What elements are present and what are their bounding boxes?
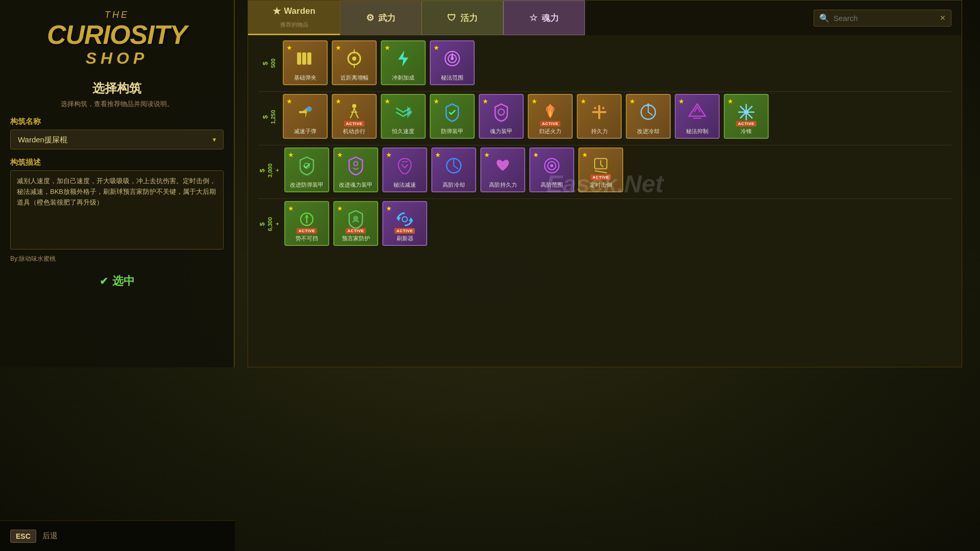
tier-label-6300: $ 6,300 + <box>258 201 280 247</box>
item-ranged-boost[interactable]: ★ 近距离增幅 <box>332 40 377 85</box>
star-icon: ★ <box>433 44 439 52</box>
star-icon: ★ <box>482 97 488 105</box>
constant-speed-icon <box>393 102 413 126</box>
star-icon: ★ <box>580 97 586 105</box>
svg-point-36 <box>353 216 358 221</box>
item-refresher[interactable]: ★ ACTIVE 刷新器 <box>382 201 427 246</box>
logo-shop: SHOP <box>47 49 187 67</box>
tab-bar: ★ Warden 推荐的物品 ⚙ 武力 🛡 活力 ☆ 魂力 🔍 ✕ <box>248 1 962 35</box>
item-timed-knockdown[interactable]: ★ ACTIVE 定时击倒 <box>578 147 623 192</box>
item-name: 定时击倒 <box>590 182 612 188</box>
item-name: 秘法减速 <box>394 182 416 188</box>
esc-key[interactable]: ESC <box>10 530 36 543</box>
item-name: 防弹装甲 <box>441 128 463 135</box>
item-magic-slow[interactable]: ★ 秘法减速 <box>382 147 427 192</box>
item-regen-fire[interactable]: ★ ACTIVE 归还火力 <box>528 94 573 139</box>
star-icon: ★ <box>629 97 635 105</box>
sustain-icon <box>589 102 609 126</box>
items-row-500: ★ 基础弹夹 ★ <box>283 40 951 85</box>
item-name: 冷锋 <box>741 128 752 135</box>
agile-walk-icon <box>344 102 364 126</box>
items-row-1250: ★ 减速子弹 ★ ACTIVE <box>283 94 951 139</box>
tier-label-500: $ 500 <box>258 40 279 86</box>
item-sustain[interactable]: ★ 持久力 <box>577 94 622 139</box>
item-frost[interactable]: ★ ACTIVE 冷锋 <box>724 94 769 139</box>
tier-row-1250: $ 1,250 ★ 减速子弹 ★ <box>258 94 951 140</box>
item-adv-cooldown[interactable]: ★ 改进冷却 <box>626 94 671 139</box>
star-icon: ★ <box>582 151 588 159</box>
item-magic-aoe[interactable]: ★ 秘法范围 <box>430 40 475 85</box>
star-icon: ★ <box>384 44 390 52</box>
search-input[interactable] <box>834 14 936 22</box>
tier-label-3000: $ 3,000 + <box>258 147 280 193</box>
logo-area: THE CURIOSITY SHOP <box>10 10 224 67</box>
star-icon: ★ <box>433 97 439 105</box>
panel-title: 选择构筑 <box>92 80 141 96</box>
tier-separator <box>258 91 951 92</box>
item-name: 预言家防护 <box>342 235 370 242</box>
item-prophet-guard[interactable]: ★ ACTIVE 预言家防护 <box>333 201 378 246</box>
item-name: 改进魂力装甲 <box>339 182 373 188</box>
star-icon: ★ <box>533 151 539 159</box>
svg-rect-1 <box>302 53 306 65</box>
item-agile-walk[interactable]: ★ ACTIVE 机动步行 <box>332 94 377 139</box>
item-adv-magic-armor[interactable]: ★ 改进魂力装甲 <box>333 147 378 192</box>
item-name: 高阶持久力 <box>489 182 517 188</box>
tier-row-500: $ 500 ★ 基础弹夹 ★ <box>258 40 951 86</box>
star-icon: ★ <box>335 97 341 105</box>
item-adv-anti-bullet[interactable]: ★ 改进防弹装甲 <box>284 147 329 192</box>
item-charge-bonus[interactable]: ★ 冲刺加成 <box>381 40 426 85</box>
item-anti-bullet[interactable]: ★ 防弹装甲 <box>430 94 475 139</box>
build-name-selector[interactable]: Warden援屎棍 ▼ <box>10 130 224 149</box>
search-icon: 🔍 <box>819 13 829 23</box>
tab-wuli-label: 武力 <box>378 12 396 24</box>
checkmark-icon: ✔ <box>100 275 108 287</box>
tab-huoli[interactable]: 🛡 活力 <box>422 1 503 35</box>
item-name: 持久力 <box>591 128 608 135</box>
svg-point-10 <box>451 57 454 60</box>
item-high-range[interactable]: ★ 高阶范围 <box>529 147 574 192</box>
item-name: 机动步行 <box>343 128 365 135</box>
item-unstoppable[interactable]: ★ ACTIVE 势不可挡 <box>284 201 329 246</box>
item-high-sustain[interactable]: ★ 高阶持久力 <box>480 147 525 192</box>
tab-warden-main: ★ Warden <box>273 6 315 17</box>
item-name: 秘法抑制 <box>686 128 708 135</box>
items-area: $ 500 ★ 基础弹夹 ★ <box>248 35 962 367</box>
star-icon: ★ <box>288 151 294 159</box>
search-close-icon[interactable]: ✕ <box>940 14 946 22</box>
item-magic-suppress[interactable]: ★ 秘法抑制 <box>675 94 720 139</box>
search-box[interactable]: 🔍 ✕ <box>814 10 951 27</box>
items-row-3000: ★ 改进防弹装甲 ★ <box>284 147 951 192</box>
svg-point-39 <box>402 217 407 222</box>
item-basic-ammo[interactable]: ★ 基础弹夹 <box>283 40 328 85</box>
regen-fire-icon <box>540 102 560 126</box>
star-icon: ★ <box>286 44 292 52</box>
star-icon: ★ <box>384 97 390 105</box>
tier-label-1250: $ 1,250 <box>258 94 279 140</box>
svg-point-28 <box>354 162 358 166</box>
main-area: ★ Warden 推荐的物品 ⚙ 武力 🛡 活力 ☆ 魂力 🔍 ✕ $ <box>248 0 962 367</box>
build-name-select[interactable]: Warden援屎棍 <box>10 130 224 149</box>
magic-aoe-icon <box>442 48 462 72</box>
star-icon: ★ <box>435 151 441 159</box>
item-name: 恒久速度 <box>392 128 414 135</box>
tab-warden[interactable]: ★ Warden 推荐的物品 <box>248 1 340 35</box>
magic-slow-icon <box>395 156 415 180</box>
prophet-guard-icon <box>346 209 366 233</box>
select-build-button[interactable]: ✔ 选中 <box>100 273 135 289</box>
star-icon: ★ <box>337 151 343 159</box>
star-icon: ★ <box>678 97 684 105</box>
tab-mouli[interactable]: ☆ 魂力 <box>503 1 585 35</box>
item-high-cooldown[interactable]: ★ 高阶冷却 <box>431 147 476 192</box>
item-magic-armor[interactable]: ★ 魂力装甲 <box>479 94 524 139</box>
tab-wuli[interactable]: ⚙ 武力 <box>340 1 422 35</box>
select-button-label: 选中 <box>112 273 135 289</box>
item-slow-bullet[interactable]: ★ 减速子弹 <box>283 94 328 139</box>
item-name: 归还火力 <box>539 128 561 135</box>
item-constant-speed[interactable]: ★ 恒久速度 <box>381 94 426 139</box>
item-name: 改进冷却 <box>637 128 659 135</box>
high-cooldown-icon <box>444 156 464 180</box>
mouli-icon: ☆ <box>529 12 537 23</box>
build-description-textarea[interactable]: 减别人速度，加自己速度，开大吸吸吸，冲上去抗伤害。定时击倒，秘法减速，BKB放额… <box>10 170 224 249</box>
item-name: 近距离增幅 <box>340 74 369 81</box>
